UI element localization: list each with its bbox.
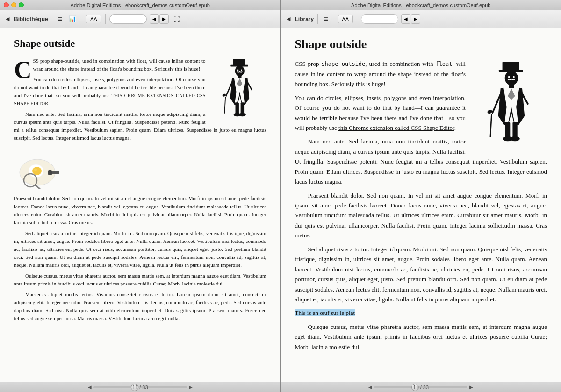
svg-line-6 [224, 97, 225, 113]
right-search-input[interactable] [361, 14, 398, 24]
svg-point-27 [487, 109, 492, 114]
right-man-illustration [472, 59, 547, 143]
left-text-size-btn[interactable]: AA [86, 15, 101, 23]
svg-rect-29 [512, 122, 517, 139]
left-slider-next[interactable]: ▶ [189, 385, 193, 390]
svg-rect-28 [505, 122, 510, 139]
right-toolbar-sep-1 [317, 14, 318, 24]
traffic-lights [4, 2, 24, 7]
svg-point-2 [235, 66, 244, 76]
right-sidebar-label[interactable]: Library [295, 16, 314, 22]
left-slider-prev[interactable]: ◀ [88, 385, 92, 390]
right-page-title: Shape outside [295, 37, 547, 51]
left-menu-btn[interactable]: ≡ [56, 14, 64, 24]
right-man-figure [472, 59, 547, 145]
egg-figure [14, 147, 61, 191]
svg-rect-25 [509, 85, 514, 88]
left-page-content: Shape outside [0, 28, 280, 382]
close-button[interactable] [4, 2, 9, 7]
right-left-arrow-icon: ◀ [287, 16, 290, 22]
right-text-size-btn[interactable]: AA [338, 15, 353, 23]
highlight-text: This is an œuf sur le plat [295, 309, 355, 316]
left-toolbar: ◀ Bibliothèque ≡ 📊 AA ◀ ▶ ⛶ [0, 10, 280, 28]
left-nav-back[interactable]: ◀ [4, 15, 11, 23]
left-title-bar: Adobe Digital Editions - ebookcraft_demo… [0, 0, 280, 10]
right-nav-arrows: ◀ ▶ [401, 14, 420, 24]
left-prev-arrow[interactable]: ◀ [150, 14, 159, 24]
right-para5: Sed aliquet risus a tortor. Integer id q… [295, 244, 547, 305]
svg-point-23 [508, 76, 510, 78]
minimize-button[interactable] [11, 2, 16, 7]
para4-text: Praesent blandit dolor. Sed non quam. In… [14, 194, 266, 226]
chrome-extension-link[interactable]: this chrome extension called css shape e… [14, 93, 206, 106]
svg-point-24 [513, 76, 515, 78]
toolbar-separator-1 [52, 14, 52, 24]
right-code-1: shape-outside [321, 61, 365, 67]
para1-text: SS prop shape-outside, used in combinati… [33, 58, 206, 71]
right-toolbar-sep-3 [357, 14, 357, 24]
svg-point-14 [32, 167, 42, 175]
right-slider-prev[interactable]: ◀ [368, 385, 372, 390]
chart-icon: 📊 [69, 15, 76, 22]
left-page-title: Shape outside [14, 37, 266, 50]
left-status-bar: ◀ ▶ 11 / 33 [0, 382, 280, 392]
left-arrow-icon: ◀ [6, 16, 9, 22]
right-para6: Quisque cursus, metus vitae pharetra auc… [295, 322, 547, 352]
para5-text: Sed aliquet risus a tortor. Integer id q… [14, 229, 266, 269]
svg-rect-8 [235, 103, 238, 115]
toolbar-separator-2 [82, 14, 82, 24]
right-title-bar: Adobe Digital Editions - ebookcraft_demo… [281, 0, 561, 10]
right-page-num: 11 / 33 [413, 385, 429, 390]
egg-illustration [14, 147, 61, 189]
left-body-text-2: Praesent blandit dolor. Sed non quam. In… [14, 194, 266, 322]
svg-point-22 [505, 71, 518, 86]
left-next-arrow[interactable]: ▶ [159, 14, 169, 24]
para6-text: Quisque cursus, metus vitae pharetra auc… [14, 272, 266, 288]
left-man-figure [210, 57, 266, 120]
right-code-2: float [435, 61, 452, 67]
svg-rect-9 [240, 103, 244, 115]
svg-rect-0 [233, 59, 245, 65]
svg-point-31 [510, 136, 520, 141]
menu-icon: ≡ [58, 15, 62, 23]
svg-point-3 [237, 69, 238, 71]
left-sidebar-label[interactable]: Bibliothèque [14, 16, 48, 22]
svg-line-26 [490, 114, 492, 137]
left-search-input[interactable] [109, 14, 147, 24]
left-fullscreen-btn[interactable]: ⛶ [172, 14, 182, 24]
left-content-area: Shape outside [0, 28, 280, 382]
maximize-button[interactable] [19, 2, 24, 7]
right-nav-back[interactable]: ◀ [285, 15, 292, 23]
right-next-arrow[interactable]: ▶ [411, 14, 420, 24]
svg-point-7 [222, 93, 226, 97]
right-window: Adobe Digital Editions - ebookcraft_demo… [281, 0, 561, 392]
man-illustration [210, 57, 266, 118]
right-menu-btn[interactable]: ≡ [322, 14, 330, 24]
fullscreen-icon: ⛶ [173, 15, 180, 23]
right-highlight-para: This is an œuf sur le plat [295, 308, 547, 318]
toolbar-separator-3 [105, 14, 106, 24]
left-chart-btn[interactable]: 📊 [67, 14, 78, 23]
right-toolbar: ◀ Library ≡ AA ◀ ▶ [281, 10, 561, 28]
para7-text: Maecenas aliquet mollis lectus. Vivamus … [14, 291, 266, 322]
left-page-num: 11 / 33 [132, 385, 148, 390]
right-menu-icon: ≡ [324, 15, 328, 23]
right-slider-next[interactable]: ▶ [469, 385, 473, 390]
drop-cap: C [14, 60, 32, 80]
right-toolbar-sep-2 [334, 14, 334, 24]
right-text-size-icon: AA [342, 16, 349, 22]
svg-point-4 [241, 69, 242, 71]
left-window: Adobe Digital Editions - ebookcraft_demo… [0, 0, 281, 392]
right-content-area: Shape outside [281, 28, 561, 382]
right-window-title: Adobe Digital Editions - ebookcraft_demo… [351, 2, 490, 8]
svg-rect-17 [48, 170, 52, 175]
left-nav-arrows: ◀ ▶ [150, 14, 169, 24]
right-para4: Praesent blandit dolor. Sed non quam. In… [295, 191, 547, 241]
left-window-title: Adobe Digital Editions - ebookcraft_demo… [71, 2, 210, 8]
svg-point-11 [238, 113, 245, 116]
right-status-bar: ◀ ▶ 11 / 33 [281, 382, 561, 392]
right-prev-arrow[interactable]: ◀ [401, 14, 410, 24]
svg-rect-20 [503, 62, 519, 70]
right-chrome-extension-link[interactable]: this Chrome extension called CSS Shape E… [338, 124, 454, 131]
text-size-icon: AA [90, 16, 97, 22]
